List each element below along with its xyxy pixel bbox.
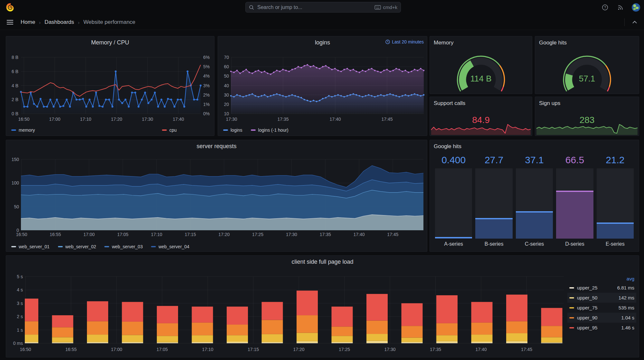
panel-title[interactable]: server requests (6, 141, 427, 151)
svg-text:17:30: 17:30 (142, 117, 153, 122)
svg-text:17:25: 17:25 (252, 232, 263, 237)
menu-toggle-icon[interactable] (6, 20, 14, 25)
bar-track (475, 168, 512, 239)
panel-title[interactable]: Sign ups (539, 100, 560, 107)
legend-avg-value: 1.46 s (621, 325, 634, 330)
svg-text:17:45: 17:45 (387, 232, 398, 237)
svg-text:10: 10 (224, 111, 229, 116)
legend-column-avg[interactable]: avg (567, 275, 636, 283)
help-icon[interactable]: ? (600, 3, 610, 12)
bar-value: 21.2 (597, 154, 634, 166)
stat-value: 84.9 (430, 115, 532, 125)
legend-item-web-server-03[interactable]: web_server_03 (104, 244, 143, 249)
svg-text:20: 20 (224, 102, 229, 107)
bar-label: C-series (516, 239, 553, 250)
svg-text:17:40: 17:40 (353, 232, 365, 237)
svg-text:60: 60 (224, 64, 229, 69)
svg-text:1%: 1% (203, 102, 210, 107)
legend-row-upper-50[interactable]: upper_50142 ms (567, 293, 636, 303)
divider (624, 18, 625, 26)
bar-gauge-a-series[interactable]: 0.400 A-series (435, 154, 472, 250)
bar-fill (435, 237, 472, 239)
svg-text:0: 0 (16, 228, 19, 233)
legend-label: upper_75 (577, 305, 616, 310)
breadcrumb-home[interactable]: Home (21, 19, 35, 25)
collapse-chevron-up-icon[interactable] (630, 17, 639, 27)
bar-gauge-d-series[interactable]: 66.5 D-series (556, 154, 593, 250)
legend-row-upper-75[interactable]: upper_75535 ms (567, 303, 636, 313)
grafana-logo-icon[interactable] (5, 3, 15, 12)
panel-memory-cpu: Memory / CPU 16:5017:0017:1017:2017:3017… (6, 36, 214, 136)
breadcrumb-dashboards[interactable]: Dashboards (44, 19, 74, 25)
server-requests-chart[interactable]: 16:5016:5517:0017:0517:1017:1517:2017:25… (6, 151, 427, 241)
svg-text:17:00: 17:00 (49, 117, 60, 122)
bar-value: 27.7 (475, 154, 512, 166)
gauge-value: 57.1 (535, 74, 639, 84)
search-input[interactable] (257, 4, 374, 11)
memory-cpu-chart[interactable]: 16:5017:0017:1017:2017:3017:408 B6 B4 B2… (6, 47, 214, 125)
top-nav-bar: cmd+k ? (0, 0, 644, 15)
panel-title[interactable]: Memory / CPU (6, 38, 214, 47)
svg-text:17:35: 17:35 (277, 117, 289, 122)
legend-item-web-server-01[interactable]: web_server_01 (11, 244, 50, 249)
legend-item-cpu[interactable]: cpu (162, 128, 177, 133)
logins-legend: logins logins (-1 hour) (218, 125, 427, 136)
svg-text:17:35: 17:35 (320, 232, 331, 237)
legend-row-upper-95[interactable]: upper_951.46 s (567, 323, 636, 333)
panel-title[interactable]: Support calls (434, 100, 465, 107)
panel-title[interactable]: client side full page load (6, 257, 639, 267)
svg-text:150: 150 (12, 157, 19, 162)
client-load-chart[interactable]: 16:5016:5517:0017:0517:1017:1517:2017:25… (6, 267, 566, 357)
bar-label: B-series (475, 239, 512, 250)
svg-text:2 B: 2 B (12, 97, 18, 102)
legend-item-logins-1hour[interactable]: logins (-1 hour) (251, 128, 289, 133)
bar-track (556, 168, 593, 239)
svg-text:2 s: 2 s (17, 314, 23, 319)
legend-label: web_server_04 (158, 244, 189, 249)
bar-label: D-series (556, 239, 593, 250)
legend-avg-value: 6.81 ms (617, 285, 634, 290)
svg-text:17:35: 17:35 (430, 347, 441, 352)
news-rss-icon[interactable] (616, 3, 625, 12)
svg-text:17:20: 17:20 (218, 232, 230, 237)
svg-text:0%: 0% (203, 111, 210, 116)
svg-text:17:40: 17:40 (329, 117, 341, 122)
svg-text:0 ms: 0 ms (13, 341, 23, 346)
panel-server-requests: server requests 16:5016:5517:0017:0517:1… (6, 140, 427, 252)
svg-text:17:05: 17:05 (156, 347, 168, 352)
logins-chart[interactable]: 17:3017:3517:4017:4570605040302010 (218, 47, 427, 125)
legend-row-upper-90[interactable]: upper_901.04 s (567, 313, 636, 323)
bar-gauge-c-series[interactable]: 37.1 C-series (516, 154, 553, 250)
svg-text:5 s: 5 s (17, 274, 23, 279)
breadcrumb-right-controls (624, 17, 639, 27)
svg-text:17:30: 17:30 (384, 347, 395, 352)
svg-text:17:20: 17:20 (293, 347, 304, 352)
server-requests-legend: web_server_01 web_server_02 web_server_0… (6, 241, 427, 252)
panel-title[interactable]: Google hits (539, 40, 567, 46)
bar-gauge-b-series[interactable]: 27.7 B-series (475, 154, 512, 250)
legend-avg-value: 535 ms (619, 305, 634, 310)
legend-label: upper_90 (577, 315, 618, 320)
bar-gauge-group: 0.400 A-series 27.7 B-series 37.1 C-seri… (435, 154, 634, 250)
search-icon (249, 5, 254, 10)
legend-item-web-server-04[interactable]: web_server_04 (151, 244, 189, 249)
panel-title[interactable]: Memory (434, 40, 453, 46)
bar-gauge-e-series[interactable]: 21.2 E-series (597, 154, 634, 250)
svg-text:17:10: 17:10 (151, 232, 162, 237)
svg-text:16:55: 16:55 (50, 232, 61, 237)
legend-item-logins[interactable]: logins (223, 128, 242, 133)
logins-1hour-swatch (251, 129, 256, 131)
legend-item-memory[interactable]: memory (11, 128, 35, 133)
bar-track (597, 168, 634, 239)
svg-text:16:55: 16:55 (65, 347, 77, 352)
legend-item-web-server-02[interactable]: web_server_02 (58, 244, 96, 249)
client-load-legend: avg upper_256.81 ms upper_50142 ms upper… (567, 275, 636, 333)
legend-row-upper-25[interactable]: upper_256.81 ms (567, 283, 636, 293)
panel-title[interactable]: Google hits (434, 143, 461, 150)
user-avatar[interactable] (631, 3, 641, 12)
time-range-badge[interactable]: Last 20 minutes (385, 39, 424, 44)
svg-text:17:45: 17:45 (381, 117, 393, 122)
svg-text:17:45: 17:45 (521, 347, 532, 352)
search-bar[interactable]: cmd+k (245, 2, 401, 13)
panel-google-hits-gauge: Google hits 57.1 (535, 36, 639, 94)
